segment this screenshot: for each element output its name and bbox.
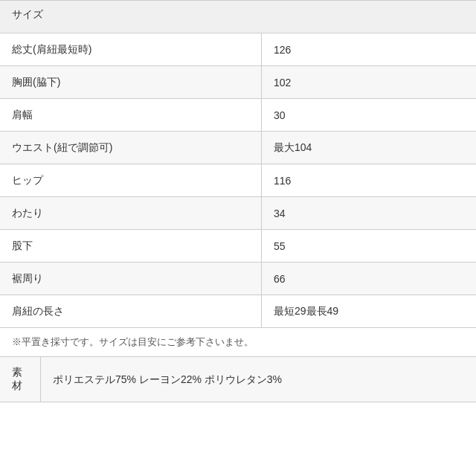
row-label-cell: ウエスト(紐で調節可) <box>0 132 262 164</box>
row-label-cell: ヒップ <box>0 164 262 196</box>
row-value: 102 <box>274 77 291 89</box>
table-row: 総丈(肩紐最短時)126 <box>0 33 476 66</box>
section-header-label: サイズ <box>12 8 43 25</box>
row-label: 総丈(肩紐最短時) <box>12 43 91 57</box>
material-value-text: ポリエステル75% レーヨン22% ポリウレタン3% <box>53 372 282 387</box>
row-value: 最大104 <box>274 141 312 155</box>
row-value-cell: 55 <box>262 230 476 262</box>
row-label-cell: 肩幅 <box>0 99 262 131</box>
row-value: 最短29最長49 <box>274 305 338 318</box>
size-table: サイズ 総丈(肩紐最短時)126胸囲(脇下)102肩幅30ウエスト(紐で調節可)… <box>0 0 476 402</box>
material-value-cell: ポリエステル75% レーヨン22% ポリウレタン3% <box>41 357 476 402</box>
row-value: 34 <box>274 208 286 219</box>
row-value-cell: 116 <box>262 164 476 196</box>
material-label-text: 素材 <box>12 366 28 393</box>
row-label: 裾周り <box>12 272 43 286</box>
section-header-row: サイズ <box>0 1 476 33</box>
table-row: ヒップ116 <box>0 164 476 197</box>
row-value-cell: 66 <box>262 263 476 295</box>
table-row: 股下55 <box>0 230 476 263</box>
row-value: 66 <box>274 273 286 285</box>
table-row: 胸囲(脇下)102 <box>0 66 476 99</box>
table-row: ウエスト(紐で調節可)最大104 <box>0 132 476 164</box>
row-label-cell: わたり <box>0 197 262 229</box>
row-label: わたり <box>12 207 43 220</box>
row-value: 126 <box>274 44 291 56</box>
table-row: 裾周り66 <box>0 263 476 295</box>
note-row: ※平置き採寸です。サイズは目安にご参考下さいませ。 <box>0 328 476 357</box>
row-value-cell: 30 <box>262 99 476 131</box>
row-value-cell: 最短29最長49 <box>262 295 476 327</box>
material-label-cell: 素材 <box>0 357 41 402</box>
row-value-cell: 126 <box>262 33 476 65</box>
row-label: 肩紐の長さ <box>12 305 64 318</box>
material-row: 素材 ポリエステル75% レーヨン22% ポリウレタン3% <box>0 357 476 402</box>
row-label: ウエスト(紐で調節可) <box>12 141 112 155</box>
row-value-cell: 最大104 <box>262 132 476 164</box>
table-row: わたり34 <box>0 197 476 230</box>
row-label: 肩幅 <box>12 109 33 122</box>
row-value-cell: 34 <box>262 197 476 229</box>
row-label-cell: 裾周り <box>0 263 262 295</box>
row-label: 股下 <box>12 239 33 253</box>
row-label: ヒップ <box>12 174 43 187</box>
table-row: 肩幅30 <box>0 99 476 132</box>
row-label: 胸囲(脇下) <box>12 76 60 89</box>
row-label-cell: 股下 <box>0 230 262 262</box>
row-value: 116 <box>274 175 291 187</box>
table-row: 肩紐の長さ最短29最長49 <box>0 295 476 328</box>
row-value: 55 <box>274 240 286 252</box>
row-label-cell: 総丈(肩紐最短時) <box>0 33 262 65</box>
row-value-cell: 102 <box>262 66 476 98</box>
row-value: 30 <box>274 109 286 121</box>
note-text: ※平置き採寸です。サイズは目安にご参考下さいませ。 <box>12 336 254 347</box>
row-label-cell: 肩紐の長さ <box>0 295 262 327</box>
row-label-cell: 胸囲(脇下) <box>0 66 262 98</box>
